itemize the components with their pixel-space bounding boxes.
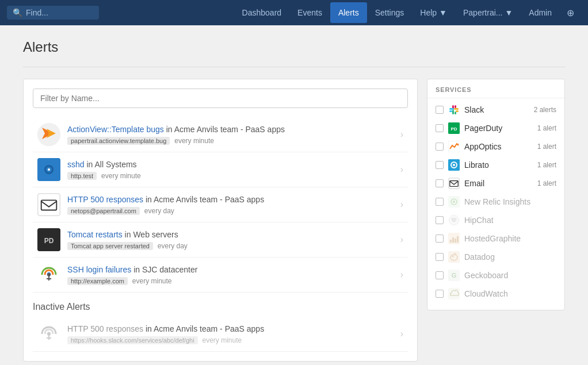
alert-frequency: every minute	[101, 172, 141, 180]
svg-point-43	[452, 256, 454, 258]
service-row-slack[interactable]: Slack 2 alerts	[427, 101, 564, 119]
alert-tag: papertrail.actionview.template.bug	[67, 137, 170, 145]
service-icon-hostedgraphite	[448, 233, 460, 244]
svg-text:PD: PD	[450, 126, 457, 132]
nav-admin[interactable]: Admin	[521, 2, 560, 23]
alert-title-inactive: HTTP 500 responses in Acme Anvils team -…	[67, 324, 396, 333]
alert-content: SSH login failures in SJC datacenter htt…	[67, 265, 396, 285]
svg-rect-22	[456, 110, 459, 112]
alert-icon-sshd	[37, 158, 60, 181]
service-checkbox-appoptics[interactable]	[436, 143, 444, 151]
alert-title: ActionView::Template bugs in Acme Anvils…	[67, 125, 396, 134]
logout-icon[interactable]: ⊕	[560, 2, 581, 24]
service-name-newrelic: New Relic Insights	[464, 197, 556, 206]
alert-name-link[interactable]: ActionView::Template bugs	[67, 125, 164, 134]
alert-row-inactive[interactable]: HTTP 500 responses in Acme Anvils team -…	[33, 317, 408, 352]
alert-name-link[interactable]: SSH login failures	[67, 265, 131, 274]
service-name-email: Email	[464, 179, 537, 188]
service-row-hipchat[interactable]: HipChat	[427, 211, 564, 229]
alert-content: sshd in All Systems http.test every minu…	[67, 160, 396, 180]
service-checkbox-hipchat[interactable]	[436, 216, 444, 224]
service-icon-pagerduty: PD	[448, 122, 460, 134]
nav-help[interactable]: Help ▼	[412, 2, 455, 23]
alert-icon-inactive	[37, 322, 60, 345]
alert-meta: Tomcat app server restarted every day	[67, 241, 396, 250]
service-icon-librato	[448, 159, 460, 171]
svg-rect-40	[457, 236, 459, 243]
service-icon-newrelic	[448, 196, 460, 208]
svg-text:PD: PD	[44, 237, 54, 245]
service-row-hostedgraphite[interactable]: HostedGraphite	[427, 229, 564, 248]
alert-content: ActionView::Template bugs in Acme Anvils…	[67, 125, 396, 145]
svg-point-14	[47, 332, 51, 336]
nav-papertrail[interactable]: Papertrai... ▼	[455, 2, 521, 23]
nav-dashboard[interactable]: Dashboard	[234, 2, 290, 23]
nav-settings[interactable]: Settings	[367, 2, 413, 23]
alert-name-link[interactable]: HTTP 500 responses	[67, 195, 143, 204]
alert-meta: http.test every minute	[67, 171, 396, 180]
service-checkbox-pagerduty[interactable]	[436, 124, 444, 132]
service-icon-email	[448, 178, 460, 189]
service-checkbox-slack[interactable]	[436, 106, 444, 114]
service-row-datadog[interactable]: Datadog	[427, 248, 564, 266]
service-icon-appoptics	[448, 141, 460, 152]
top-navigation: 🔍 Find... Dashboard Events Alerts Settin…	[0, 0, 588, 25]
nav-events[interactable]: Events	[289, 2, 330, 23]
alert-tag: http.test	[67, 172, 97, 180]
service-row-pagerduty[interactable]: PD PagerDuty 1 alert	[427, 119, 564, 137]
alert-meta: http://example.com every minute	[67, 276, 396, 285]
svg-rect-37	[450, 240, 452, 243]
alert-name-link-inactive[interactable]: HTTP 500 responses	[67, 324, 143, 333]
alert-name-link[interactable]: Tomcat restarts	[67, 230, 123, 239]
service-row-appoptics[interactable]: AppOptics 1 alert	[427, 137, 564, 156]
alert-row[interactable]: ActionView::Template bugs in Acme Anvils…	[33, 117, 408, 152]
alert-name-link[interactable]: sshd	[67, 160, 85, 169]
service-checkbox-librato[interactable]	[436, 161, 444, 169]
help-dropdown-icon: ▼	[439, 8, 447, 17]
alert-meta-inactive: https://hooks.slack.com/services/abc/def…	[67, 335, 396, 344]
service-badge-slack: 2 alerts	[534, 106, 556, 114]
service-row-newrelic[interactable]: New Relic Insights	[427, 193, 564, 211]
service-checkbox-hostedgraphite[interactable]	[436, 235, 444, 243]
filter-input[interactable]	[33, 89, 408, 108]
alert-row[interactable]: SSH login failures in SJC datacenter htt…	[33, 258, 408, 293]
service-icon-cloudwatch	[448, 288, 460, 299]
service-row-geckoboard[interactable]: G Geckoboard	[427, 266, 564, 285]
alert-title: sshd in All Systems	[67, 160, 396, 169]
svg-rect-19	[452, 110, 454, 114]
service-checkbox-email[interactable]	[436, 179, 444, 187]
title-divider	[23, 67, 565, 67]
chevron-right-icon: ›	[400, 235, 403, 245]
alert-tag: Tomcat app server restarted	[67, 242, 153, 250]
service-checkbox-cloudwatch[interactable]	[436, 290, 444, 298]
svg-point-12	[47, 273, 51, 276]
service-row-librato[interactable]: Librato 1 alert	[427, 156, 564, 174]
search-bar[interactable]: 🔍 Find...	[7, 6, 99, 20]
alert-icon-http500	[37, 193, 60, 216]
nav-alerts[interactable]: Alerts	[330, 2, 367, 23]
service-checkbox-geckoboard[interactable]	[436, 271, 444, 279]
service-name-slack: Slack	[464, 105, 534, 114]
alert-row[interactable]: PD Tomcat restarts in Web servers Tomcat…	[33, 222, 408, 258]
alert-content: HTTP 500 responses in Acme Anvils team -…	[67, 195, 396, 215]
alert-title: Tomcat restarts in Web servers	[67, 230, 396, 239]
service-badge-pagerduty: 1 alert	[537, 124, 556, 132]
svg-rect-20	[455, 112, 456, 114]
search-icon: 🔍	[13, 8, 22, 17]
alert-row[interactable]: sshd in All Systems http.test every minu…	[33, 152, 408, 187]
alert-row[interactable]: HTTP 500 responses in Acme Anvils team -…	[33, 187, 408, 222]
alert-tag: http://example.com	[67, 277, 128, 285]
inactive-section-header: Inactive Alerts	[33, 302, 408, 312]
service-name-geckoboard: Geckoboard	[464, 271, 556, 280]
service-row-cloudwatch[interactable]: CloudWatch	[427, 285, 564, 303]
svg-rect-41	[448, 251, 460, 263]
search-placeholder: Find...	[26, 8, 48, 17]
nav-links: Dashboard Events Alerts Settings Help ▼ …	[234, 2, 560, 23]
service-checkbox-newrelic[interactable]	[436, 198, 444, 206]
alert-title: SSH login failures in SJC datacenter	[67, 265, 396, 274]
service-row-email[interactable]: Email 1 alert	[427, 174, 564, 193]
service-badge-email: 1 alert	[537, 179, 556, 187]
service-checkbox-datadog[interactable]	[436, 253, 444, 261]
service-name-hipchat: HipChat	[464, 216, 556, 225]
service-name-appoptics: AppOptics	[464, 142, 537, 151]
